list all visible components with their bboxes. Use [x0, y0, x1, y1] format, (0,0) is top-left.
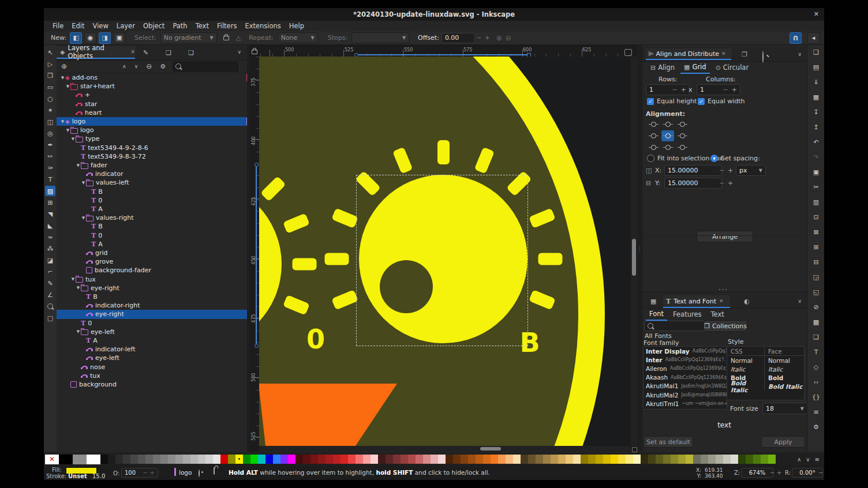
rectangle-tool[interactable]: ▭	[45, 82, 55, 92]
palette-swatch[interactable]	[100, 455, 108, 464]
palette-swatch[interactable]	[363, 455, 371, 464]
dialog-float-icon[interactable]: ❐	[742, 51, 747, 58]
palette-swatch[interactable]	[768, 455, 776, 464]
x-minus-button[interactable]: −	[719, 167, 724, 174]
save-document-icon[interactable]: ⇓	[811, 77, 821, 87]
remove-layer-button[interactable]: ⊖	[146, 62, 152, 70]
layer-lock-icon[interactable]	[214, 467, 215, 475]
tree-expand-arrow-icon[interactable]: ▼	[81, 181, 86, 185]
palette-swatch[interactable]	[498, 455, 506, 464]
tree-row[interactable]: TB	[57, 292, 271, 301]
palette-swatch[interactable]	[761, 455, 768, 464]
close-tab-icon[interactable]: ✕	[719, 298, 724, 304]
style-item[interactable]: ItalicItalic	[727, 365, 804, 373]
tree-row[interactable]: ▼◈add-ons	[57, 73, 250, 82]
tree-expand-arrow-icon[interactable]: ▼	[60, 119, 65, 124]
palette-swatch[interactable]	[318, 455, 326, 464]
palette-swatch[interactable]	[678, 455, 686, 464]
palette-swatch[interactable]	[123, 455, 130, 464]
stroke-width[interactable]: 15.0	[92, 473, 105, 479]
menu-object[interactable]: Object	[139, 22, 169, 30]
palette-swatch[interactable]	[453, 455, 461, 464]
tree-row[interactable]: ▼type	[57, 134, 261, 143]
palette-swatch[interactable]	[243, 455, 250, 464]
palette-swatch[interactable]	[273, 455, 280, 464]
palette-swatch[interactable]	[145, 455, 153, 464]
palette-swatch[interactable]	[288, 455, 295, 464]
print-icon[interactable]: ▦	[811, 92, 821, 102]
swatch-none[interactable]: ✕	[45, 455, 59, 464]
tree-expand-arrow-icon[interactable]: ▼	[76, 163, 81, 168]
palette-swatch[interactable]	[341, 455, 348, 464]
palette-swatch[interactable]	[686, 455, 693, 464]
eraser-tool[interactable]: ◪	[45, 255, 55, 265]
group-icon[interactable]: ▩	[811, 317, 821, 326]
palette-swatch[interactable]	[431, 455, 438, 464]
unlink-clone-icon[interactable]: ⊘	[811, 302, 821, 311]
clone-icon[interactable]: ◱	[811, 287, 821, 296]
tree-row[interactable]: ▼tux	[57, 275, 261, 284]
gradient-tool[interactable]: ▨	[45, 186, 55, 196]
tree-row[interactable]: ▼logo	[57, 126, 256, 134]
palette-swatch[interactable]	[190, 455, 198, 464]
box3d-tool[interactable]: ◫	[45, 117, 55, 127]
add-layer-button[interactable]: ⊕	[61, 62, 67, 70]
palette-swatch[interactable]	[130, 455, 138, 464]
palette-swatch[interactable]	[723, 455, 731, 464]
palette-swatch[interactable]	[693, 455, 701, 464]
gradient-stroke-button[interactable]: ▣	[113, 32, 125, 44]
horizontal-ruler[interactable]: 500525550575600625	[259, 47, 631, 57]
palette-swatch[interactable]	[491, 455, 498, 464]
layer-settings-icon[interactable]: ⚙	[160, 63, 166, 70]
swatches-dialog-icon[interactable]: ▦	[650, 298, 656, 305]
subtab-circular[interactable]: ⊙Circular	[712, 62, 753, 73]
swatch-black[interactable]	[59, 455, 73, 464]
palette-swatch[interactable]	[641, 455, 648, 464]
tree-expand-arrow-icon[interactable]: ▼	[65, 84, 70, 89]
menu-text[interactable]: Text	[192, 22, 213, 30]
palette-swatch[interactable]	[228, 455, 235, 464]
tree-row[interactable]: tux	[57, 371, 266, 380]
dialog-tab-export-icon[interactable]: ❏	[188, 49, 194, 57]
palette-swatch[interactable]	[153, 455, 160, 464]
radial-gradient-button[interactable]: ◉	[84, 32, 96, 44]
rows-field[interactable]: 1 − +	[646, 84, 690, 95]
palette-swatch[interactable]	[175, 455, 183, 464]
vertical-scrollbar[interactable]	[631, 57, 637, 446]
pencil-tool[interactable]: ✏	[45, 151, 55, 162]
swatch-white[interactable]	[87, 455, 100, 464]
palette-swatch[interactable]	[716, 455, 723, 464]
palette-swatch[interactable]	[536, 455, 543, 464]
tree-row[interactable]: TA	[57, 240, 276, 249]
apply-button[interactable]: Apply	[761, 436, 805, 448]
tree-row[interactable]: T0	[57, 319, 266, 328]
tree-row[interactable]: ▼values-right	[57, 213, 271, 222]
palette-swatch[interactable]	[371, 455, 378, 464]
offset-field[interactable]: 0.00	[442, 33, 475, 43]
menu-filters[interactable]: Filters	[213, 22, 241, 30]
columns-field[interactable]: 1 − +	[697, 84, 740, 95]
rows-minus-button[interactable]: −	[672, 86, 678, 93]
palette-swatch[interactable]	[408, 455, 416, 464]
delete-stop-icon[interactable]: ⊖	[506, 34, 511, 42]
ruler-corner-lock[interactable]	[249, 47, 260, 57]
tree-row[interactable]: heart	[57, 108, 261, 117]
palette-swatch[interactable]	[213, 455, 220, 464]
palette-swatch[interactable]	[663, 455, 671, 464]
gradient-fill-button[interactable]: ◨	[99, 32, 111, 44]
palette-swatch[interactable]	[310, 455, 318, 464]
tree-row[interactable]: indicator	[57, 170, 271, 178]
palette-swatch[interactable]	[356, 455, 363, 464]
gradient-select-dropdown[interactable]: No gradient▼	[160, 32, 217, 43]
rows-plus-button[interactable]: +	[681, 86, 686, 93]
palette-swatch[interactable]	[333, 455, 341, 464]
font-family-item[interactable]: AileronAaBbCcIiPpQq12369$€¢	[643, 364, 727, 373]
palette-swatch[interactable]	[386, 455, 393, 464]
zoom-width-icon[interactable]: ⊟	[811, 257, 821, 266]
equal-height-checkbox[interactable]: ✓ Equal height	[647, 97, 697, 105]
tree-row[interactable]: Ttext5349-9-8-3-72	[57, 152, 266, 161]
anchor-2-1[interactable]	[661, 142, 674, 153]
palette-up-icon[interactable]: ∧	[797, 456, 801, 463]
palette-swatch[interactable]	[461, 455, 468, 464]
mesh-tool[interactable]: ⊞	[45, 197, 55, 208]
